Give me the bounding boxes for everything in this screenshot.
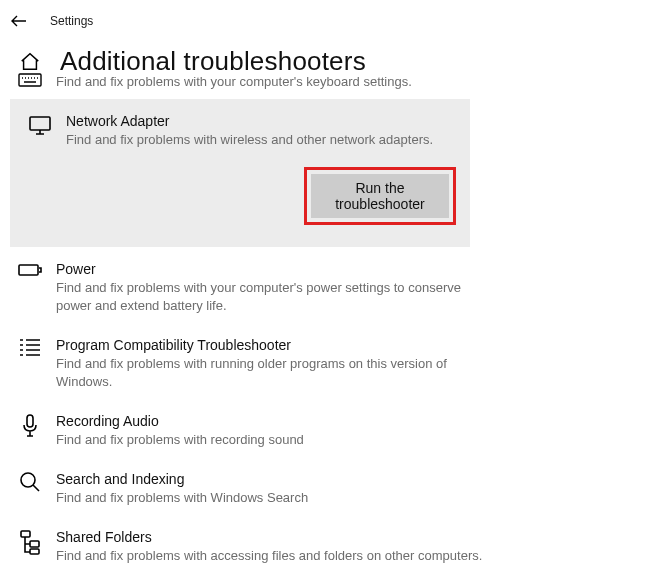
app-title: Settings [50,14,93,28]
search-icon [19,471,41,493]
item-desc: Find and fix problems with wireless and … [66,131,456,149]
item-desc: Find and fix problems with your computer… [56,279,496,315]
troubleshooter-item-power[interactable]: Power Find and fix problems with your co… [0,247,654,323]
svg-rect-2 [19,265,38,275]
svg-rect-7 [30,549,39,554]
microphone-icon [20,413,40,439]
svg-rect-1 [30,117,50,130]
item-title: Recording Audio [56,411,304,431]
troubleshooter-list: Find and fix problems with your computer… [0,73,654,570]
svg-rect-5 [21,531,30,537]
arrow-left-icon [11,13,27,29]
troubleshooter-item-program-compatibility[interactable]: Program Compatibility Troubleshooter Fin… [0,323,654,399]
item-title: Network Adapter [66,111,456,131]
run-troubleshooter-button[interactable]: Run the troubleshooter [311,174,449,218]
list-icon [18,337,42,357]
item-desc: Find and fix problems with accessing fil… [56,547,482,565]
troubleshooter-item-shared-folders[interactable]: Shared Folders Find and fix problems wit… [0,515,654,570]
home-icon [18,50,42,74]
svg-rect-3 [27,415,33,427]
battery-icon [18,261,42,279]
folder-tree-icon [19,529,41,555]
item-desc: Find and fix problems with your computer… [56,73,412,91]
troubleshooter-item-search-indexing[interactable]: Search and Indexing Find and fix problem… [0,457,654,515]
keyboard-icon [18,73,42,87]
svg-point-4 [21,473,35,487]
item-title: Search and Indexing [56,469,308,489]
svg-rect-0 [19,74,41,86]
troubleshooter-item-keyboard[interactable]: Find and fix problems with your computer… [0,73,654,99]
item-desc: Find and fix problems with Windows Searc… [56,489,308,507]
troubleshooter-item-network-adapter[interactable]: Network Adapter Find and fix problems wi… [10,99,470,247]
monitor-icon [28,113,52,137]
back-button[interactable] [10,12,28,30]
item-title: Program Compatibility Troubleshooter [56,335,496,355]
troubleshooter-item-recording-audio[interactable]: Recording Audio Find and fix problems wi… [0,399,654,457]
item-title: Power [56,259,496,279]
item-title: Shared Folders [56,527,482,547]
svg-rect-6 [30,541,39,547]
item-desc: Find and fix problems with recording sou… [56,431,304,449]
run-highlight-box: Run the troubleshooter [304,167,456,225]
item-desc: Find and fix problems with running older… [56,355,496,391]
